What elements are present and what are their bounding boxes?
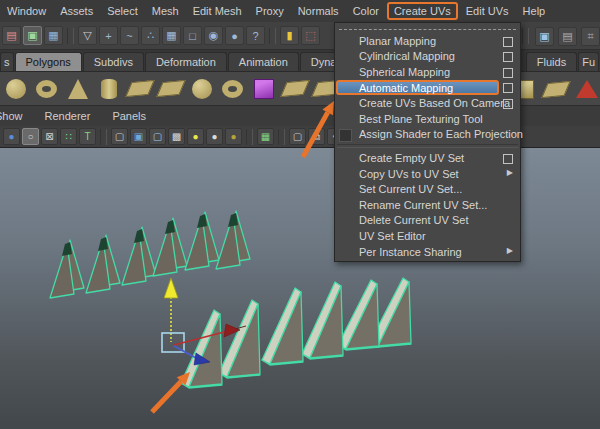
manipulator-y-arrow[interactable] <box>164 278 178 298</box>
slab-face-5[interactable] <box>189 314 222 387</box>
make-live-icon[interactable]: ◉ <box>204 26 223 45</box>
option-box-icon[interactable] <box>503 52 513 62</box>
use-all-lights-icon[interactable]: ● <box>187 128 204 145</box>
submenu-arrow-icon: ▶ <box>507 168 513 177</box>
menubar-item-color[interactable]: Color <box>346 3 386 19</box>
textured-icon[interactable]: ▢ <box>149 128 166 145</box>
panel-menu-panels[interactable]: Panels <box>101 108 157 124</box>
wireframe-icon[interactable]: ▢ <box>111 128 128 145</box>
menubar-item-select[interactable]: Select <box>100 3 145 19</box>
menu-item-label: Create UVs Based On Camera <box>335 97 510 109</box>
slab-face-3[interactable] <box>270 292 303 364</box>
poly-sphere-wire-icon[interactable] <box>219 75 246 102</box>
menubar-item-normals[interactable]: Normals <box>291 3 346 19</box>
input-connections-icon[interactable]: ● <box>225 26 244 45</box>
snap-view-icon[interactable]: □ <box>183 26 202 45</box>
menu-item-per-instance-sharing[interactable]: Per Instance Sharing▶ <box>335 244 520 260</box>
no-lights-icon[interactable]: ● <box>225 128 242 145</box>
option-box-icon[interactable] <box>503 37 513 47</box>
menubar-item-proxy[interactable]: Proxy <box>249 3 291 19</box>
select-component-mode-icon[interactable]: ▦ <box>44 26 63 45</box>
camera-attrs-icon[interactable]: ● <box>3 128 20 145</box>
menu-item-create-empty-uv-set[interactable]: Create Empty UV Set <box>335 150 520 166</box>
fluid-cone-icon[interactable] <box>573 76 600 103</box>
tab-fluids[interactable]: Fluids <box>526 52 577 71</box>
menu-item-automatic-mapping[interactable]: Automatic Mapping <box>335 80 520 96</box>
submenu-arrow-icon: ▶ <box>507 246 513 255</box>
option-box-icon[interactable] <box>503 154 513 164</box>
smooth-sphere-icon[interactable] <box>188 75 215 102</box>
snap-point-icon[interactable]: ∴ <box>141 26 160 45</box>
no-gate-icon[interactable]: ○ <box>22 128 39 145</box>
poly-plane-icon[interactable] <box>126 75 153 102</box>
safe-title-icon[interactable]: T <box>79 128 96 145</box>
menubar-item-create-uvs[interactable]: Create UVs <box>387 2 458 20</box>
default-light-icon[interactable]: ● <box>206 128 223 145</box>
checker-icon[interactable]: ▩ <box>168 128 185 145</box>
tab-deformation[interactable]: Deformation <box>145 52 227 71</box>
shaded-icon[interactable]: ▣ <box>130 128 147 145</box>
render-settings-icon[interactable]: ⌗ <box>581 27 600 46</box>
slab-face-1[interactable] <box>346 284 379 349</box>
menubar-item-edit-mesh[interactable]: Edit Mesh <box>186 3 249 19</box>
snap-plane-icon[interactable]: ▦ <box>162 26 181 45</box>
menu-item-rename-current-uv-set[interactable]: Rename Current UV Set... <box>335 197 520 213</box>
ipr-render-icon[interactable]: ▤ <box>558 27 577 46</box>
panel-menu-show[interactable]: Show <box>0 108 34 124</box>
tab-animation[interactable]: Animation <box>228 52 299 71</box>
slab-face-0[interactable] <box>378 282 411 346</box>
menu-item-delete-current-uv-set[interactable]: Delete Current UV Set <box>335 213 520 229</box>
snap-curve-icon[interactable]: ~ <box>120 26 139 45</box>
option-box-icon[interactable] <box>503 83 513 93</box>
lock-icon[interactable]: ▮ <box>280 26 299 45</box>
separate-view-icon[interactable]: ⧉ <box>308 128 325 145</box>
menu-item-assign-shader-to-each-projection[interactable]: Assign Shader to Each Projection <box>335 127 520 143</box>
menu-item-set-current-uv-set[interactable]: Set Current UV Set... <box>335 181 520 197</box>
poly-cone-icon[interactable] <box>64 75 91 102</box>
menu-item-uv-set-editor[interactable]: UV Set Editor <box>335 228 520 244</box>
snap-grid-icon[interactable]: + <box>99 26 118 45</box>
create-uvs-dropdown: Planar MappingCylindrical MappingSpheric… <box>334 22 521 262</box>
highlight-selection-icon[interactable]: ⬚ <box>301 26 320 45</box>
menubar-item-window[interactable]: Window <box>0 3 53 19</box>
slab-face-4[interactable] <box>227 304 260 377</box>
menubar-item-assets[interactable]: Assets <box>53 3 100 19</box>
tab-polygons[interactable]: Polygons <box>15 52 82 71</box>
render-current-frame-icon[interactable]: ▣ <box>535 27 554 46</box>
menu-item-copy-uvs-to-uv-set[interactable]: Copy UVs to UV Set▶ <box>335 166 520 182</box>
option-box-icon[interactable] <box>503 68 513 78</box>
help-icon[interactable]: ? <box>246 26 265 45</box>
panel-menu-renderer[interactable]: Renderer <box>34 108 102 124</box>
menu-item-cylindrical-mapping[interactable]: Cylindrical Mapping <box>335 49 520 65</box>
tab-s[interactable]: s <box>0 52 14 71</box>
menubar-item-mesh[interactable]: Mesh <box>145 3 186 19</box>
slab-face-2[interactable] <box>310 286 343 358</box>
menu-item-planar-mapping[interactable]: Planar Mapping <box>335 33 520 49</box>
select-object-mode-icon[interactable]: ▣ <box>23 26 42 45</box>
tearoff-handle[interactable] <box>339 25 516 30</box>
poly-torus-icon[interactable] <box>33 75 60 102</box>
layer-stack-icon[interactable]: ▤ <box>2 26 21 45</box>
tab-fu[interactable]: Fu <box>578 52 599 71</box>
tab-subdivs[interactable]: Subdivs <box>83 52 144 71</box>
subdiv-cube-icon[interactable] <box>250 75 277 102</box>
menu-item-spherical-mapping[interactable]: Spherical Mapping <box>335 64 520 80</box>
field-chart-icon[interactable]: ∷ <box>60 128 77 145</box>
menubar-item-help[interactable]: Help <box>516 3 553 19</box>
poly-scatter-icon-glyph <box>156 80 185 97</box>
menu-checkbox[interactable] <box>339 129 352 142</box>
isolate-select-icon[interactable]: ▢ <box>289 128 306 145</box>
menu-item-create-uvs-based-on-camera[interactable]: Create UVs Based On Camera <box>335 95 520 111</box>
poly-sphere-icon[interactable] <box>2 75 29 102</box>
poly-fold-icon[interactable] <box>281 75 308 102</box>
xray-icon[interactable]: ▦ <box>257 128 274 145</box>
plane-pair-icon[interactable] <box>542 76 569 103</box>
menu-item-best-plane-texturing-tool[interactable]: Best Plane Texturing Tool <box>335 111 520 127</box>
shelf-right <box>511 72 600 106</box>
snap-filter-icon[interactable]: ▽ <box>78 26 97 45</box>
menubar-item-edit-uvs[interactable]: Edit UVs <box>459 3 516 19</box>
option-box-icon[interactable] <box>503 99 513 109</box>
resolution-gate-icon[interactable]: ⊠ <box>41 128 58 145</box>
poly-scatter-icon[interactable] <box>157 75 184 102</box>
poly-cylinder-icon[interactable] <box>95 75 122 102</box>
